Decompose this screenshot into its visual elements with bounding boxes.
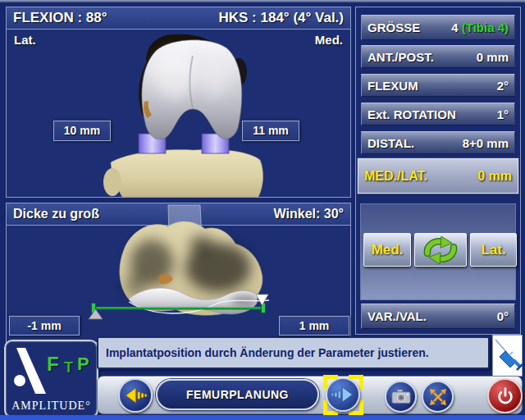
pointer-tool-icon: [493, 336, 523, 377]
power-button[interactable]: [487, 378, 523, 413]
param-label: GRÖSSE: [368, 21, 420, 34]
logo-letter-f: F: [47, 353, 59, 376]
hks-value: HKS : 184° (4° Val.): [219, 10, 345, 26]
param-value: 0 mm: [477, 169, 512, 184]
forward-arrow-icon: [330, 383, 356, 406]
pointer-tool-indicator: [492, 335, 523, 377]
param-label: DISTAL.: [368, 136, 414, 150]
param-row-distal[interactable]: DISTAL. 8+0 mm: [361, 131, 515, 154]
swap-button[interactable]: [414, 233, 467, 267]
medial-offset-value: 1 mm: [279, 316, 349, 336]
lateral-gap-value: 10 mm: [53, 121, 111, 141]
lateral-label: Lat.: [14, 33, 36, 47]
axial-view-panel: Dicke zu groß Winkel: 30°: [6, 203, 351, 343]
param-value: 1°: [497, 107, 509, 121]
forward-button-highlighted[interactable]: [323, 375, 363, 415]
param-row-var-val[interactable]: VAR./VAL. 0°: [361, 304, 515, 329]
param-row-med-lat-selected[interactable]: MED./LAT. 0 mm: [358, 158, 518, 194]
axial-view-header: Dicke zu groß Winkel: 30°: [7, 203, 350, 226]
angle-value: Winkel: 30°: [274, 207, 344, 221]
param-row-ext-rotation[interactable]: Ext. ROTATION 1°: [361, 103, 515, 126]
param-label: VAR./VAL.: [368, 309, 427, 323]
lat-button[interactable]: Lat.: [470, 233, 517, 267]
param-value: 2°: [497, 79, 509, 93]
param-label: Ext. ROTATION: [368, 107, 456, 121]
logo-letter-t: T: [64, 359, 73, 377]
param-row-flexum[interactable]: FLEXUM 2°: [361, 74, 515, 97]
param-value: 8+0 mm: [463, 136, 509, 150]
medial-label: Med.: [315, 33, 343, 47]
param-label: FLEXUM: [368, 79, 418, 93]
param-value: 4 (Tibia 4): [451, 21, 509, 34]
amplitude-logo: F T P AMPLITUDE°: [4, 340, 98, 418]
param-label: ANT./POST.: [368, 50, 434, 64]
power-icon: [494, 385, 517, 408]
parameter-panel: GRÖSSE 4 (Tibia 4) ANT./POST. 0 mm FLEXU…: [355, 7, 521, 335]
nav-step-label: FEMURPLANUNG: [186, 388, 289, 401]
frontal-view-header: FLEXION : 88° HKS : 184° (4° Val.): [7, 7, 350, 30]
medial-gap-value: 11 mm: [242, 121, 299, 141]
knee-frontal-3d-model: [7, 30, 350, 197]
frontal-view-panel: FLEXION : 88° HKS : 184° (4° Val.) Lat. …: [6, 7, 351, 198]
forward-button[interactable]: [326, 377, 360, 412]
screenshot-button[interactable]: [385, 381, 417, 413]
brand-name: AMPLITUDE°: [6, 399, 97, 413]
back-button[interactable]: [118, 378, 153, 413]
nav-step-button[interactable]: FEMURPLANUNG: [156, 379, 319, 410]
tibia-size-value: (Tibia 4): [462, 21, 509, 34]
window-top-edge: [0, 0, 525, 2]
param-value: 0 mm: [477, 50, 509, 64]
fullscreen-button[interactable]: [422, 381, 454, 413]
flexion-value: FLEXION : 88°: [13, 10, 107, 26]
param-label: MED./LAT.: [364, 169, 427, 184]
param-row-ant-post[interactable]: ANT./POST. 0 mm: [361, 45, 515, 68]
med-button[interactable]: Med.: [363, 233, 411, 267]
status-message-bar: Implantatposition durch Änderung der Par…: [97, 336, 490, 369]
status-message: Implantatposition durch Änderung der Par…: [106, 346, 429, 359]
window-bottom-edge: [0, 415, 525, 420]
back-arrow-icon: [122, 384, 148, 407]
camera-icon: [390, 387, 413, 407]
param-value: 0°: [497, 309, 509, 323]
app-window: FLEXION : 88° HKS : 184° (4° Val.) Lat. …: [0, 0, 525, 420]
swap-arrows-icon: [421, 236, 460, 264]
resection-level-line: [89, 294, 268, 319]
logo-letter-p: P: [77, 354, 89, 375]
param-row-groesse[interactable]: GRÖSSE 4 (Tibia 4): [361, 15, 515, 40]
thickness-warning: Dicke zu groß: [13, 207, 99, 221]
lateral-offset-value: -1 mm: [9, 316, 80, 336]
expand-icon: [427, 386, 449, 408]
amplitude-glyph-icon: [10, 346, 51, 397]
